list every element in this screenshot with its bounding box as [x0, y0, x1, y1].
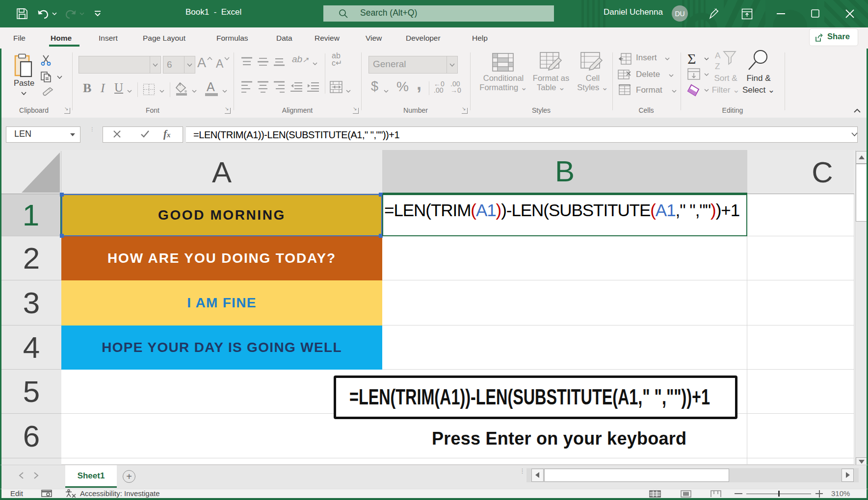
svg-text:Z: Z	[715, 62, 720, 71]
svg-text:A: A	[715, 51, 721, 60]
svg-text:=LEN(TRIM(A1))-LEN(SUBSTITUTE(: =LEN(TRIM(A1))-LEN(SUBSTITUTE(A1," ","")…	[349, 385, 710, 409]
